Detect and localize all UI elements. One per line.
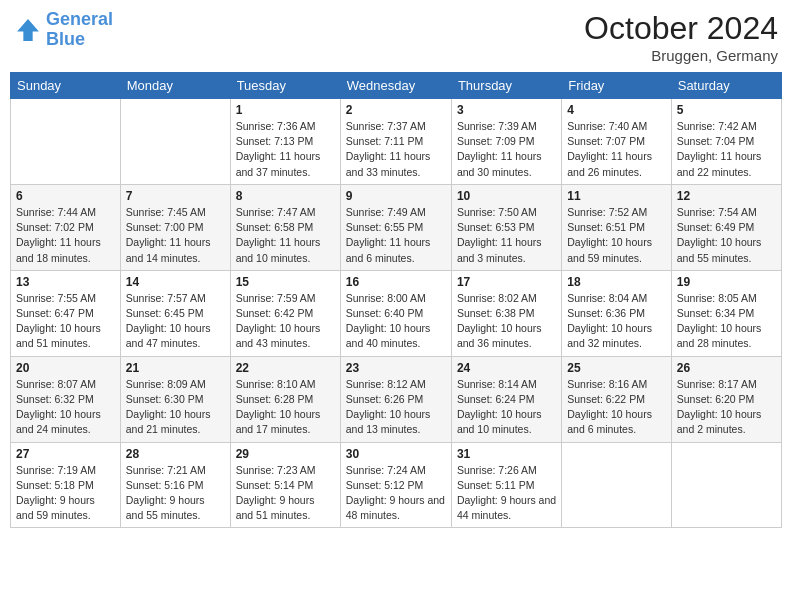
- calendar-day-18: 18Sunrise: 8:04 AM Sunset: 6:36 PM Dayli…: [562, 270, 671, 356]
- day-info: Sunrise: 8:17 AM Sunset: 6:20 PM Dayligh…: [677, 377, 776, 438]
- logo-text: General Blue: [46, 10, 113, 50]
- page-header: General Blue October 2024 Bruggen, Germa…: [10, 10, 782, 64]
- day-info: Sunrise: 7:57 AM Sunset: 6:45 PM Dayligh…: [126, 291, 225, 352]
- day-number: 30: [346, 447, 446, 461]
- day-header-thursday: Thursday: [451, 73, 561, 99]
- calendar-day-24: 24Sunrise: 8:14 AM Sunset: 6:24 PM Dayli…: [451, 356, 561, 442]
- calendar-day-23: 23Sunrise: 8:12 AM Sunset: 6:26 PM Dayli…: [340, 356, 451, 442]
- logo-icon: [14, 16, 42, 44]
- calendar-day-4: 4Sunrise: 7:40 AM Sunset: 7:07 PM Daylig…: [562, 99, 671, 185]
- calendar-day-26: 26Sunrise: 8:17 AM Sunset: 6:20 PM Dayli…: [671, 356, 781, 442]
- calendar-week-4: 20Sunrise: 8:07 AM Sunset: 6:32 PM Dayli…: [11, 356, 782, 442]
- day-number: 25: [567, 361, 665, 375]
- calendar-day-27: 27Sunrise: 7:19 AM Sunset: 5:18 PM Dayli…: [11, 442, 121, 528]
- day-info: Sunrise: 7:36 AM Sunset: 7:13 PM Dayligh…: [236, 119, 335, 180]
- day-number: 24: [457, 361, 556, 375]
- empty-cell: [671, 442, 781, 528]
- day-number: 7: [126, 189, 225, 203]
- day-info: Sunrise: 8:05 AM Sunset: 6:34 PM Dayligh…: [677, 291, 776, 352]
- day-info: Sunrise: 7:26 AM Sunset: 5:11 PM Dayligh…: [457, 463, 556, 524]
- calendar-day-28: 28Sunrise: 7:21 AM Sunset: 5:16 PM Dayli…: [120, 442, 230, 528]
- day-info: Sunrise: 7:54 AM Sunset: 6:49 PM Dayligh…: [677, 205, 776, 266]
- day-info: Sunrise: 8:02 AM Sunset: 6:38 PM Dayligh…: [457, 291, 556, 352]
- day-info: Sunrise: 8:00 AM Sunset: 6:40 PM Dayligh…: [346, 291, 446, 352]
- calendar-day-13: 13Sunrise: 7:55 AM Sunset: 6:47 PM Dayli…: [11, 270, 121, 356]
- day-number: 28: [126, 447, 225, 461]
- calendar-day-29: 29Sunrise: 7:23 AM Sunset: 5:14 PM Dayli…: [230, 442, 340, 528]
- day-header-friday: Friday: [562, 73, 671, 99]
- calendar-day-25: 25Sunrise: 8:16 AM Sunset: 6:22 PM Dayli…: [562, 356, 671, 442]
- day-number: 19: [677, 275, 776, 289]
- day-info: Sunrise: 8:16 AM Sunset: 6:22 PM Dayligh…: [567, 377, 665, 438]
- calendar-day-22: 22Sunrise: 8:10 AM Sunset: 6:28 PM Dayli…: [230, 356, 340, 442]
- day-info: Sunrise: 8:09 AM Sunset: 6:30 PM Dayligh…: [126, 377, 225, 438]
- day-info: Sunrise: 8:04 AM Sunset: 6:36 PM Dayligh…: [567, 291, 665, 352]
- day-number: 2: [346, 103, 446, 117]
- day-number: 27: [16, 447, 115, 461]
- empty-cell: [562, 442, 671, 528]
- day-header-monday: Monday: [120, 73, 230, 99]
- day-info: Sunrise: 8:12 AM Sunset: 6:26 PM Dayligh…: [346, 377, 446, 438]
- calendar-header-row: SundayMondayTuesdayWednesdayThursdayFrid…: [11, 73, 782, 99]
- logo: General Blue: [14, 10, 113, 50]
- logo-line2: Blue: [46, 29, 85, 49]
- day-number: 22: [236, 361, 335, 375]
- day-info: Sunrise: 8:07 AM Sunset: 6:32 PM Dayligh…: [16, 377, 115, 438]
- calendar-week-1: 1Sunrise: 7:36 AM Sunset: 7:13 PM Daylig…: [11, 99, 782, 185]
- day-number: 14: [126, 275, 225, 289]
- month-year: October 2024: [584, 10, 778, 47]
- day-info: Sunrise: 7:49 AM Sunset: 6:55 PM Dayligh…: [346, 205, 446, 266]
- day-info: Sunrise: 7:21 AM Sunset: 5:16 PM Dayligh…: [126, 463, 225, 524]
- day-info: Sunrise: 7:52 AM Sunset: 6:51 PM Dayligh…: [567, 205, 665, 266]
- day-header-saturday: Saturday: [671, 73, 781, 99]
- day-number: 4: [567, 103, 665, 117]
- calendar-day-31: 31Sunrise: 7:26 AM Sunset: 5:11 PM Dayli…: [451, 442, 561, 528]
- calendar-day-12: 12Sunrise: 7:54 AM Sunset: 6:49 PM Dayli…: [671, 184, 781, 270]
- calendar-day-5: 5Sunrise: 7:42 AM Sunset: 7:04 PM Daylig…: [671, 99, 781, 185]
- day-info: Sunrise: 8:14 AM Sunset: 6:24 PM Dayligh…: [457, 377, 556, 438]
- calendar-day-8: 8Sunrise: 7:47 AM Sunset: 6:58 PM Daylig…: [230, 184, 340, 270]
- day-info: Sunrise: 7:42 AM Sunset: 7:04 PM Dayligh…: [677, 119, 776, 180]
- calendar-day-10: 10Sunrise: 7:50 AM Sunset: 6:53 PM Dayli…: [451, 184, 561, 270]
- calendar-week-2: 6Sunrise: 7:44 AM Sunset: 7:02 PM Daylig…: [11, 184, 782, 270]
- calendar-day-15: 15Sunrise: 7:59 AM Sunset: 6:42 PM Dayli…: [230, 270, 340, 356]
- day-info: Sunrise: 7:40 AM Sunset: 7:07 PM Dayligh…: [567, 119, 665, 180]
- calendar-day-17: 17Sunrise: 8:02 AM Sunset: 6:38 PM Dayli…: [451, 270, 561, 356]
- day-number: 1: [236, 103, 335, 117]
- calendar-day-6: 6Sunrise: 7:44 AM Sunset: 7:02 PM Daylig…: [11, 184, 121, 270]
- day-info: Sunrise: 7:44 AM Sunset: 7:02 PM Dayligh…: [16, 205, 115, 266]
- day-info: Sunrise: 7:45 AM Sunset: 7:00 PM Dayligh…: [126, 205, 225, 266]
- svg-marker-0: [17, 19, 39, 41]
- day-info: Sunrise: 7:55 AM Sunset: 6:47 PM Dayligh…: [16, 291, 115, 352]
- day-number: 16: [346, 275, 446, 289]
- calendar-day-9: 9Sunrise: 7:49 AM Sunset: 6:55 PM Daylig…: [340, 184, 451, 270]
- calendar-day-20: 20Sunrise: 8:07 AM Sunset: 6:32 PM Dayli…: [11, 356, 121, 442]
- calendar-day-21: 21Sunrise: 8:09 AM Sunset: 6:30 PM Dayli…: [120, 356, 230, 442]
- calendar-week-5: 27Sunrise: 7:19 AM Sunset: 5:18 PM Dayli…: [11, 442, 782, 528]
- day-info: Sunrise: 7:23 AM Sunset: 5:14 PM Dayligh…: [236, 463, 335, 524]
- day-number: 5: [677, 103, 776, 117]
- day-info: Sunrise: 7:24 AM Sunset: 5:12 PM Dayligh…: [346, 463, 446, 524]
- day-number: 23: [346, 361, 446, 375]
- calendar-day-11: 11Sunrise: 7:52 AM Sunset: 6:51 PM Dayli…: [562, 184, 671, 270]
- day-info: Sunrise: 7:50 AM Sunset: 6:53 PM Dayligh…: [457, 205, 556, 266]
- day-info: Sunrise: 7:19 AM Sunset: 5:18 PM Dayligh…: [16, 463, 115, 524]
- day-number: 26: [677, 361, 776, 375]
- day-info: Sunrise: 7:39 AM Sunset: 7:09 PM Dayligh…: [457, 119, 556, 180]
- calendar-day-30: 30Sunrise: 7:24 AM Sunset: 5:12 PM Dayli…: [340, 442, 451, 528]
- calendar-day-2: 2Sunrise: 7:37 AM Sunset: 7:11 PM Daylig…: [340, 99, 451, 185]
- day-number: 11: [567, 189, 665, 203]
- day-number: 18: [567, 275, 665, 289]
- day-number: 12: [677, 189, 776, 203]
- day-number: 17: [457, 275, 556, 289]
- day-number: 3: [457, 103, 556, 117]
- day-number: 6: [16, 189, 115, 203]
- calendar-day-14: 14Sunrise: 7:57 AM Sunset: 6:45 PM Dayli…: [120, 270, 230, 356]
- location: Bruggen, Germany: [584, 47, 778, 64]
- calendar-day-3: 3Sunrise: 7:39 AM Sunset: 7:09 PM Daylig…: [451, 99, 561, 185]
- day-number: 31: [457, 447, 556, 461]
- day-info: Sunrise: 7:37 AM Sunset: 7:11 PM Dayligh…: [346, 119, 446, 180]
- day-number: 21: [126, 361, 225, 375]
- day-info: Sunrise: 8:10 AM Sunset: 6:28 PM Dayligh…: [236, 377, 335, 438]
- calendar-day-1: 1Sunrise: 7:36 AM Sunset: 7:13 PM Daylig…: [230, 99, 340, 185]
